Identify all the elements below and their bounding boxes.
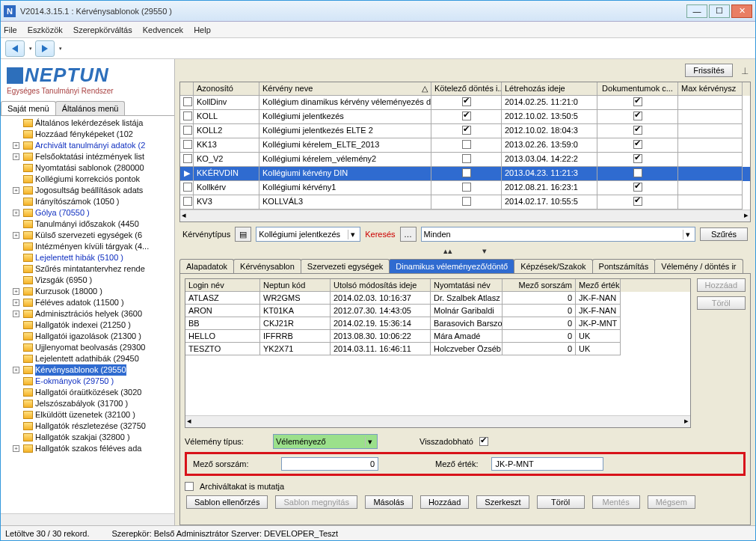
delete-button[interactable]: Töröl	[537, 495, 585, 509]
table-row[interactable]: KV3KOLLVÁL32014.02.17. 10:55:5	[180, 195, 750, 210]
col-fieldno[interactable]: Mező sorszám	[503, 279, 576, 292]
save-button[interactable]: Mentés	[592, 495, 640, 509]
tab-programs[interactable]: Képzések/Szakok	[514, 259, 592, 273]
table-row[interactable]: KollDinvKollégium dinamikus kérvény véle…	[180, 96, 750, 110]
forward-button[interactable]	[35, 40, 55, 57]
tab-general-menu[interactable]: Általános menü	[55, 101, 126, 115]
tree-item[interactable]: Nyomtatási sablonok (280000	[4, 162, 174, 174]
tree-item[interactable]: Irányítószámok (1050 )	[4, 196, 174, 207]
col-fieldval[interactable]: Mező érték	[576, 279, 621, 292]
check-template-button[interactable]: Sablon ellenőrzés	[186, 495, 268, 509]
search-button[interactable]: Keresés	[365, 230, 395, 239]
col-created[interactable]: Létrehozás ideje	[502, 82, 597, 96]
menu-favorites[interactable]: Kedvencek	[143, 25, 183, 34]
tree-item[interactable]: Hallgatók indexei (21250 )	[4, 320, 174, 331]
filter-scope-combo[interactable]: Minden▾	[421, 227, 695, 242]
field-val-input[interactable]	[491, 457, 603, 471]
tab-opinion[interactable]: Vélemény / döntés ir	[654, 259, 743, 273]
tree-item[interactable]: +Hallgatók szakos féléves ada	[4, 443, 174, 454]
panel-delete-button[interactable]: Töröl	[697, 296, 746, 310]
col-mandatory[interactable]: Kötelező döntés i...	[431, 82, 502, 96]
panel-add-button[interactable]: Hozzáad	[697, 278, 746, 292]
tree-item[interactable]: +Felsőoktatási intézmények list	[4, 151, 174, 162]
tree-item[interactable]: Ujjlenyomat beolvasás (29300	[4, 342, 174, 353]
col-neptun[interactable]: Neptun kód	[260, 279, 331, 292]
tree-item[interactable]: +Féléves adatok (11500 )	[4, 297, 174, 308]
reviewers-grid[interactable]: Login név Neptun kód Utolsó módosítás id…	[185, 278, 691, 428]
maximize-button[interactable]: ☐	[709, 4, 730, 18]
menu-tools[interactable]: Eszközök	[28, 25, 63, 34]
tree-item[interactable]: Általános lekérdezések listája	[4, 117, 174, 129]
tree-item[interactable]: Hallgatói igazolások (21300 )	[4, 331, 174, 342]
tab-scoring[interactable]: Pontszámítás	[592, 259, 656, 273]
col-name[interactable]: Kérvény neve △	[259, 82, 431, 96]
col-id[interactable]: Azonosító	[194, 82, 259, 96]
tab-dynamic[interactable]: Dinamikus véleményező/döntő	[389, 259, 514, 273]
copy-button[interactable]: Másolás	[365, 495, 413, 509]
filter-mode-button[interactable]: ▤	[235, 227, 251, 242]
tab-own-menu[interactable]: Saját menü	[1, 101, 56, 115]
show-archived-checkbox[interactable]	[185, 482, 194, 491]
tree-item[interactable]: Intézményen kívüli tárgyak (4...	[4, 241, 174, 252]
tree-item[interactable]: Jelszószabályok (31700 )	[4, 398, 174, 409]
menu-role[interactable]: Szerepkörváltás	[73, 25, 132, 34]
pin-icon[interactable]: ⟂	[742, 64, 748, 76]
collapse-up-icon[interactable]: ▴▴	[443, 246, 452, 256]
cancel-button[interactable]: Mégsem	[648, 495, 695, 509]
back-dropdown-icon[interactable]: ▾	[29, 46, 32, 52]
tab-template[interactable]: Kérvénysablon	[233, 259, 301, 273]
tree-item[interactable]: Hallgatói óraütközések (3020	[4, 387, 174, 398]
tree-item[interactable]: Kollégiumi korrekciós pontok	[4, 174, 174, 185]
returnable-checkbox[interactable]	[479, 437, 488, 446]
tree-scrollbar[interactable]	[1, 513, 174, 525]
refresh-button[interactable]: Frissítés	[685, 64, 733, 77]
tree-item[interactable]: Tanulmányi időszakok (4450	[4, 218, 174, 230]
minimize-button[interactable]: —	[686, 4, 707, 18]
col-modified[interactable]: Utolsó módosítás ideje	[331, 279, 431, 292]
close-button[interactable]: ✕	[731, 4, 752, 18]
browse-button[interactable]: …	[400, 227, 417, 242]
tree-item[interactable]: Hozzáad fényképeket (102	[4, 129, 174, 140]
tree-item[interactable]: Hallgatók részletezése (32750	[4, 421, 174, 432]
tree-item[interactable]: +Kurzusok (18000 )	[4, 286, 174, 297]
tree-item[interactable]: +Jogosultság beállítások adats	[4, 185, 174, 196]
table-row[interactable]: BBCKJ21R2014.02.19. 15:36:14Barasovich B…	[185, 317, 690, 330]
tree-item[interactable]: +Külső szervezeti egységek (6	[4, 230, 174, 241]
table-row[interactable]: KK13Kollégiumi kérelem_ELTE_20132013.02.…	[180, 138, 750, 153]
forward-dropdown-icon[interactable]: ▾	[59, 46, 62, 52]
table-row[interactable]: KollkérvKollégiumi kérvény12012.08.21. 1…	[180, 181, 750, 195]
tree-item[interactable]: Lejelentett hibák (5100 )	[4, 252, 174, 263]
table-row[interactable]: HELLOIFFRRB2013.08.30. 10:06:22Mára Amad…	[185, 330, 690, 343]
tree-item[interactable]: Szűrés mintatantervhez rende	[4, 263, 174, 275]
table-row[interactable]: ARONKT01KA2012.07.30. 14:43:05Molnár Gar…	[185, 305, 690, 317]
edit-button[interactable]: Szerkeszt	[476, 495, 529, 509]
tree-item[interactable]: +Adminisztrációs helyek (3600	[4, 308, 174, 320]
table-row[interactable]: KOLL2Kollégiumi jelentkezés ELTE 22012.1…	[180, 124, 750, 138]
tree-item[interactable]: +Archivált tanulmányi adatok (2	[4, 140, 174, 151]
field-no-input[interactable]	[281, 457, 378, 471]
tree-item[interactable]: Lejelentett adathibák (29450	[4, 353, 174, 364]
col-printname[interactable]: Nyomtatási név	[431, 279, 503, 292]
add-button[interactable]: Hozzáad	[420, 495, 469, 509]
table-row[interactable]: ▶KKÉRVDINKollégiumi kérvény DIN2013.04.2…	[180, 167, 750, 181]
menu-help[interactable]: Help	[194, 25, 211, 34]
menu-file[interactable]: File	[4, 25, 17, 34]
table-row[interactable]: ATLASZWR2GMS2014.02.03. 10:16:37Dr. Szal…	[185, 292, 690, 305]
filter-type-combo[interactable]: Kollégiumi jelentkezés▾	[256, 227, 360, 242]
open-template-button[interactable]: Sablon megnyitás	[275, 495, 357, 509]
table-row[interactable]: TESZTOYK2X712014.03.11. 16:46:11Holczveb…	[185, 343, 690, 355]
tree-item[interactable]: Vizsgák (6950 )	[4, 275, 174, 286]
tree-item[interactable]: Hallgatók szakjai (32800 )	[4, 432, 174, 443]
col-login[interactable]: Login név	[185, 279, 260, 292]
opinion-type-combo[interactable]: Véleményező▾	[273, 434, 378, 449]
tab-orgunits[interactable]: Szervezeti egységek	[301, 259, 390, 273]
expand-down-icon[interactable]: ▾	[482, 246, 487, 256]
table-row[interactable]: KO_V2Kollégiumi kérelem_vélemény22013.03…	[180, 153, 750, 167]
menu-tree[interactable]: Általános lekérdezések listájaHozzáad fé…	[1, 116, 174, 513]
tab-basic[interactable]: Alapadatok	[179, 259, 234, 273]
templates-grid[interactable]: Azonosító Kérvény neve △ Kötelező döntés…	[179, 82, 751, 222]
col-max[interactable]: Max kérvénysz	[678, 82, 743, 96]
tree-item[interactable]: Elküldött üzenetek (32100 )	[4, 409, 174, 421]
col-marker[interactable]	[180, 82, 194, 96]
tree-item[interactable]: +Kérvénysablonok (29550	[4, 364, 174, 376]
